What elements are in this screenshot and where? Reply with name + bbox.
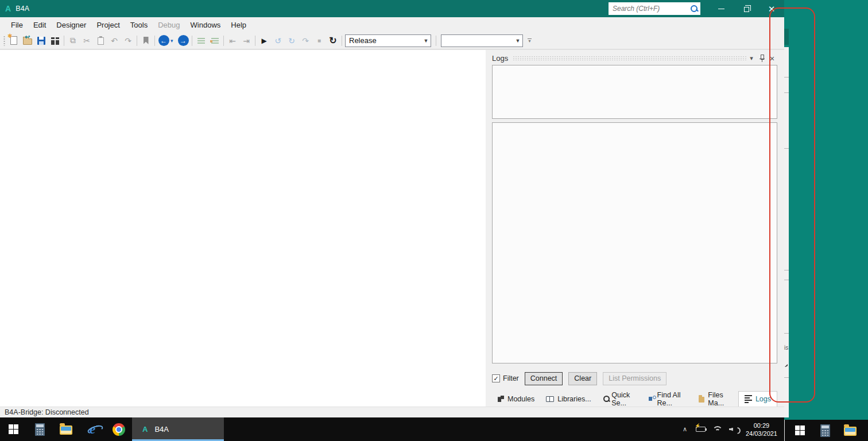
- restore-button[interactable]: [734, 0, 759, 17]
- build-configuration-value: Release: [346, 36, 421, 45]
- taskbar-chrome-button[interactable]: [106, 417, 132, 441]
- b4a-ide-window: A B4A ✕ File Edit Designer Project Tools…: [0, 0, 784, 417]
- taskbar-calculator-button[interactable]: [26, 417, 53, 441]
- toolbar-grip[interactable]: [2, 36, 6, 46]
- start-button[interactable]: [0, 417, 26, 441]
- taskbar-clock[interactable]: 00:29 24/03/2021: [742, 421, 781, 438]
- menu-project[interactable]: Project: [91, 18, 125, 32]
- minimize-button[interactable]: [708, 0, 734, 17]
- menu-file[interactable]: File: [6, 18, 28, 32]
- pin-icon: [760, 55, 765, 62]
- system-tray: ∧ 00:29 24/03/2021: [678, 417, 784, 441]
- step-over-button: ↷: [299, 34, 312, 48]
- panel-menu-button[interactable]: ▾: [746, 55, 757, 62]
- navigate-forward-button[interactable]: →: [176, 34, 190, 48]
- tab-libraries[interactable]: Libraries...: [540, 391, 596, 407]
- toolbar-separator: [192, 36, 192, 46]
- taskbar-b4a-app-button[interactable]: A B4A: [132, 417, 224, 441]
- toolbar-separator: [154, 36, 155, 46]
- toolbar-overflow-button[interactable]: ▾: [528, 38, 532, 42]
- calculator-button-second[interactable]: [815, 424, 835, 437]
- close-panel-button[interactable]: ×: [767, 53, 777, 63]
- sliver-mark: [784, 77, 789, 78]
- indent-icon: ⇥: [243, 36, 250, 45]
- menu-edit[interactable]: Edit: [28, 18, 51, 32]
- tray-overflow-button[interactable]: ∧: [678, 423, 692, 436]
- close-button[interactable]: ✕: [759, 0, 784, 17]
- restart-button[interactable]: ↻: [326, 34, 340, 48]
- network-button[interactable]: [710, 423, 724, 436]
- logs-panel: Logs ▾ × ✓ Filter Connect Clear List Per…: [489, 50, 784, 407]
- taskbar: e A B4A ∧ 00:29 24/03/2021: [0, 417, 784, 441]
- tab-quick-search[interactable]: Quick Se...: [597, 391, 644, 407]
- taskbar-explorer-button[interactable]: [53, 417, 79, 441]
- second-monitor-desktop: is: [784, 0, 868, 420]
- package-icon: [51, 37, 59, 45]
- second-monitor-taskbar: [784, 420, 868, 441]
- comment-button: [194, 34, 208, 48]
- new-project-button[interactable]: [7, 34, 21, 48]
- chevron-down-icon: ▾: [528, 40, 530, 42]
- filter-checkbox[interactable]: ✓: [492, 374, 500, 382]
- tab-files-manager[interactable]: Files Ma...: [693, 391, 738, 407]
- taskbar-app-label: B4A: [154, 425, 169, 434]
- open-project-button[interactable]: [21, 34, 34, 48]
- new-file-icon: [10, 36, 17, 45]
- drag-texture[interactable]: [513, 56, 746, 61]
- chevron-up-icon: ∧: [683, 425, 687, 433]
- menu-tools[interactable]: Tools: [125, 18, 153, 32]
- tab-label: Logs: [755, 395, 771, 403]
- file-explorer-icon: [60, 425, 72, 435]
- build-configuration-select[interactable]: Release ▼: [345, 34, 431, 47]
- logs-panel-title: Logs: [492, 54, 508, 63]
- logs-panel-header[interactable]: Logs ▾ ×: [492, 51, 777, 65]
- outdent-icon: ⇤: [229, 36, 236, 45]
- menu-windows[interactable]: Windows: [185, 18, 226, 32]
- taskbar-ie-button[interactable]: e: [79, 417, 106, 441]
- filter-label[interactable]: Filter: [503, 374, 519, 382]
- step-into-icon: ↺: [274, 36, 281, 45]
- paste-icon: [98, 37, 104, 45]
- search-icon[interactable]: [690, 5, 698, 13]
- log-output-box[interactable]: [492, 122, 777, 363]
- chevron-down-icon: ▾: [750, 55, 753, 62]
- chrome-icon: [113, 423, 125, 436]
- back-icon: ←: [158, 35, 169, 46]
- bookmark-button: [139, 34, 153, 48]
- check-icon: ✓: [493, 375, 498, 382]
- find-references-icon: [649, 396, 653, 402]
- menu-designer[interactable]: Designer: [51, 18, 91, 32]
- internet-explorer-icon: e: [90, 421, 96, 437]
- pin-panel-button[interactable]: [757, 55, 767, 62]
- compile-button[interactable]: [48, 34, 62, 48]
- folder-icon: [699, 397, 704, 403]
- screen: A B4A ✕ File Edit Designer Project Tools…: [0, 0, 868, 441]
- tab-find-all-references[interactable]: Find All Re...: [643, 391, 693, 407]
- back-dropdown[interactable]: ▾: [170, 38, 176, 44]
- start-button-second[interactable]: [789, 425, 810, 435]
- battery-button[interactable]: [694, 423, 708, 436]
- explorer-button-second[interactable]: [840, 425, 861, 436]
- module-select[interactable]: ▼: [441, 34, 523, 47]
- toolbar-separator: [64, 36, 64, 46]
- tab-logs[interactable]: Logs: [738, 391, 777, 407]
- volume-button[interactable]: [726, 423, 740, 436]
- code-editor-area[interactable]: [0, 50, 486, 407]
- tab-modules[interactable]: Modules: [492, 391, 540, 407]
- save-button[interactable]: [34, 34, 48, 48]
- clear-button[interactable]: Clear: [568, 372, 597, 385]
- bottom-tab-strip: Modules Libraries... Quick Se... Find Al…: [492, 391, 777, 407]
- menu-debug: Debug: [153, 18, 185, 32]
- copy-button: ⧉: [66, 34, 80, 48]
- run-button[interactable]: ▶: [257, 34, 271, 48]
- stop-button: ■: [312, 34, 326, 48]
- device-info-box[interactable]: [492, 65, 777, 119]
- desktop-artifact: [784, 29, 789, 45]
- search-box[interactable]: [609, 2, 700, 15]
- speaker-icon: [729, 426, 737, 433]
- menu-help[interactable]: Help: [226, 18, 251, 32]
- search-input[interactable]: [613, 5, 690, 13]
- connect-button[interactable]: Connect: [525, 372, 563, 385]
- redo-button: ↷: [121, 34, 135, 48]
- navigate-back-button[interactable]: ←: [157, 34, 170, 48]
